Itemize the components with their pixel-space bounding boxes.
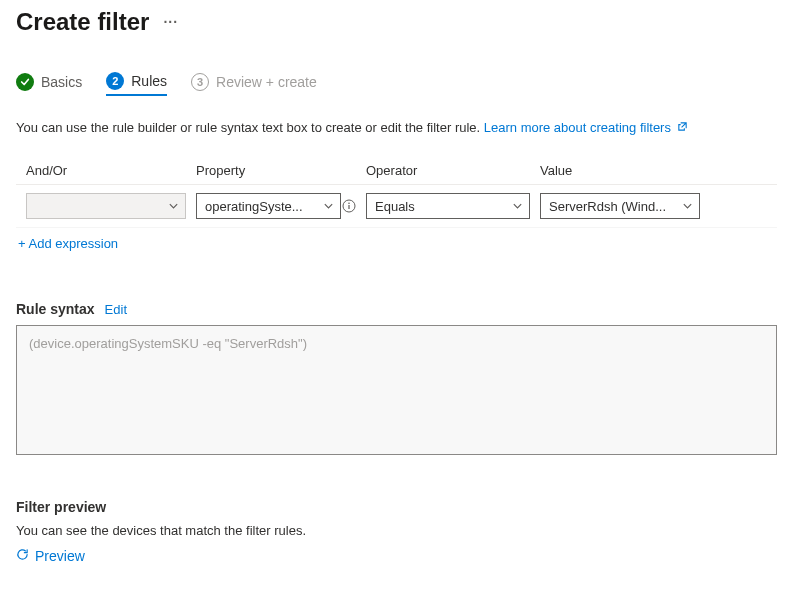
intro-text: You can use the rule builder or rule syn… [16,120,777,135]
value-value: ServerRdsh (Wind... [549,199,666,214]
property-value: operatingSyste... [205,199,303,214]
chevron-down-icon [512,201,523,212]
step-label: Basics [41,74,82,90]
step-label: Rules [131,73,167,89]
step-review[interactable]: 3 Review + create [191,73,317,95]
edit-syntax-link[interactable]: Edit [105,302,127,317]
col-value: Value [540,163,710,178]
page-title: Create filter [16,8,149,36]
preview-link[interactable]: Preview [16,548,85,564]
external-link-icon [677,120,688,135]
col-property: Property [196,163,366,178]
chevron-down-icon [168,201,179,212]
rule-syntax-title: Rule syntax [16,301,95,317]
wizard-steps: Basics 2 Rules 3 Review + create [16,72,777,96]
rule-builder: And/Or Property Operator Value operating… [16,157,777,228]
check-icon [16,73,34,91]
learn-more-link[interactable]: Learn more about creating filters [484,120,688,135]
operator-value: Equals [375,199,415,214]
rule-syntax-label: Rule syntax Edit [16,301,777,317]
rule-row: operatingSyste... Equals ServerRdsh (Win… [16,185,777,228]
rule-syntax-box: (device.operatingSystemSKU -eq "ServerRd… [16,325,777,455]
step-number-icon: 2 [106,72,124,90]
page-header: Create filter ··· [16,8,777,36]
preview-label: Preview [35,548,85,564]
step-rules[interactable]: 2 Rules [106,72,167,96]
value-dropdown[interactable]: ServerRdsh (Wind... [540,193,700,219]
property-dropdown[interactable]: operatingSyste... [196,193,341,219]
add-expression-link[interactable]: + Add expression [18,236,118,251]
svg-point-1 [348,203,350,205]
filter-preview-desc: You can see the devices that match the f… [16,523,777,538]
col-operator: Operator [366,163,540,178]
rule-header-row: And/Or Property Operator Value [16,157,777,185]
step-label: Review + create [216,74,317,90]
refresh-icon [16,548,29,564]
operator-dropdown[interactable]: Equals [366,193,530,219]
step-number-icon: 3 [191,73,209,91]
step-basics[interactable]: Basics [16,73,82,95]
filter-preview-title: Filter preview [16,499,777,515]
andor-dropdown[interactable] [26,193,186,219]
chevron-down-icon [682,201,693,212]
more-icon[interactable]: ··· [163,14,178,30]
info-icon[interactable] [342,199,356,213]
learn-more-label: Learn more about creating filters [484,120,671,135]
svg-rect-2 [348,205,349,209]
chevron-down-icon [323,201,334,212]
col-andor: And/Or [26,163,196,178]
